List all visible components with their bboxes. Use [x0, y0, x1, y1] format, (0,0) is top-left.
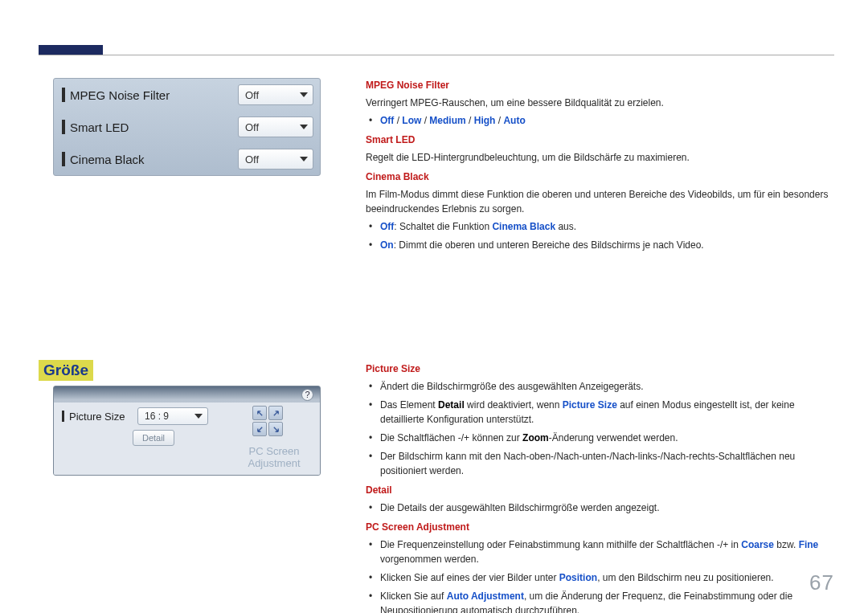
heading-cinema: Cinema Black	[366, 170, 834, 184]
menu-row-smartled: Smart LED Off	[54, 111, 320, 143]
row-marker-icon	[62, 411, 64, 422]
section-heading-groesse: Größe	[39, 360, 93, 381]
chevron-down-icon	[300, 125, 308, 129]
picsize-b2: Das Element Detail wird deaktiviert, wen…	[380, 398, 834, 427]
header-accent-bar	[39, 45, 103, 55]
pcadj-b1: Die Frequenzeinstellung oder Feinabstimm…	[380, 537, 834, 566]
cinema-on-bullet: On: Dimmt die oberen und unteren Bereich…	[380, 238, 834, 252]
menu-label: Picture Size	[69, 411, 137, 423]
arrow-down-right-icon[interactable]	[268, 422, 283, 436]
arrow-up-left-icon[interactable]	[252, 406, 267, 420]
chevron-down-icon	[300, 157, 308, 161]
heading-smartled: Smart LED	[366, 133, 834, 147]
cinema-off-bullet: Off: Schaltet die Funktion Cinema Black …	[380, 219, 834, 234]
dropdown-value: Off	[245, 153, 300, 166]
pcadj-b2: Klicken Sie auf eines der vier Bilder un…	[380, 570, 834, 585]
row-marker-icon	[62, 120, 65, 134]
picsize-b3: Die Schaltflächen -/+ können zur Zoom-Än…	[380, 431, 834, 445]
smartled-desc: Regelt die LED-Hintergrundbeleuchtung, u…	[366, 150, 834, 165]
page-number: 67	[809, 570, 834, 595]
header-rule	[39, 55, 834, 55]
heading-picture-size: Picture Size	[366, 362, 834, 376]
heading-pc-screen-adjustment: PC Screen Adjustment	[366, 520, 834, 534]
cinema-desc: Im Film-Modus dimmt diese Funktion die o…	[366, 187, 834, 216]
detail-b1: Die Details der ausgewählten Bildschirmg…	[380, 501, 834, 515]
pcadj-b3: Klicken Sie auf Auto Adjustment, um die …	[380, 589, 834, 613]
dropdown-value: 16 : 9	[145, 411, 194, 422]
cinema-black-dropdown[interactable]: Off	[238, 149, 313, 170]
panel2-titlebar: ?	[54, 386, 320, 403]
heading-mpeg: MPEG Noise Filter	[366, 78, 834, 92]
dropdown-value: Off	[245, 89, 300, 101]
doc-text-upper: MPEG Noise Filter Verringert MPEG-Rausch…	[366, 78, 834, 257]
picture-size-panel: ? Picture Size 16 : 9 Detail PC Screen A…	[53, 386, 321, 476]
arrow-up-right-icon[interactable]	[268, 406, 283, 420]
detail-button[interactable]: Detail	[133, 430, 174, 446]
picsize-b1: Ändert die Bildschirmgröße des ausgewähl…	[380, 379, 834, 394]
arrow-down-left-icon[interactable]	[252, 422, 267, 436]
smart-led-dropdown[interactable]: Off	[238, 116, 313, 137]
menu-label: Smart LED	[70, 121, 238, 134]
menu-row-mpeg: MPEG Noise Filter Off	[54, 79, 320, 111]
menu-label: MPEG Noise Filter	[70, 88, 238, 102]
chevron-down-icon	[194, 414, 203, 419]
picture-size-dropdown[interactable]: 16 : 9	[137, 407, 208, 425]
mpeg-noise-filter-dropdown[interactable]: Off	[238, 84, 313, 105]
noise-filter-menu-panel: MPEG Noise Filter Off Smart LED Off Cine…	[53, 78, 321, 176]
row-marker-icon	[62, 152, 65, 166]
dropdown-value: Off	[245, 121, 300, 133]
position-arrow-pad[interactable]	[252, 406, 283, 436]
pc-screen-adjustment-label: PC Screen Adjustment	[236, 445, 312, 470]
menu-row-cinemablack: Cinema Black Off	[54, 143, 320, 175]
mpeg-desc: Verringert MPEG-Rauschen, um eine besser…	[366, 96, 834, 110]
help-icon[interactable]: ?	[301, 389, 313, 401]
row-marker-icon	[62, 88, 65, 102]
picsize-b4: Der Bildschirm kann mit den Nach-oben-/N…	[380, 449, 834, 478]
chevron-down-icon	[300, 92, 308, 97]
heading-detail: Detail	[366, 483, 834, 497]
menu-label: Cinema Black	[70, 153, 238, 166]
mpeg-options: Off / Low / Medium / High / Auto	[380, 113, 834, 128]
doc-text-lower: Picture Size Ändert die Bildschirmgröße …	[366, 362, 834, 613]
